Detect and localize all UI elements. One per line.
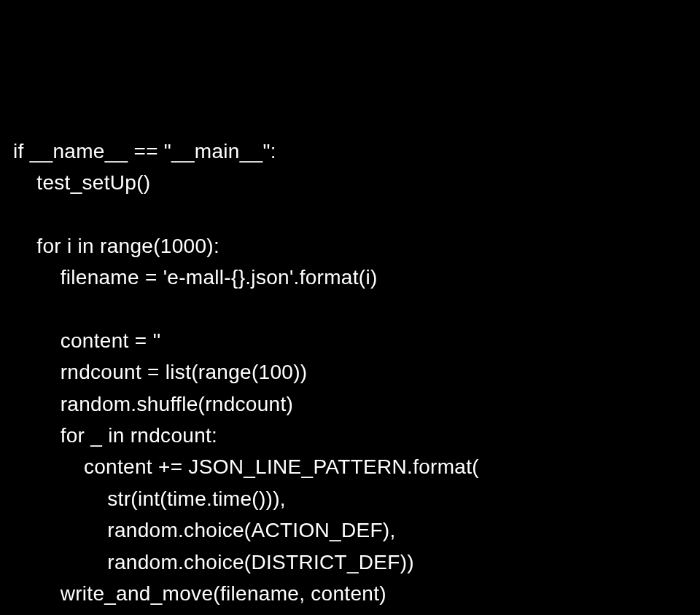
code-block: if __name__ == "__main__": test_setUp() … (13, 136, 687, 615)
